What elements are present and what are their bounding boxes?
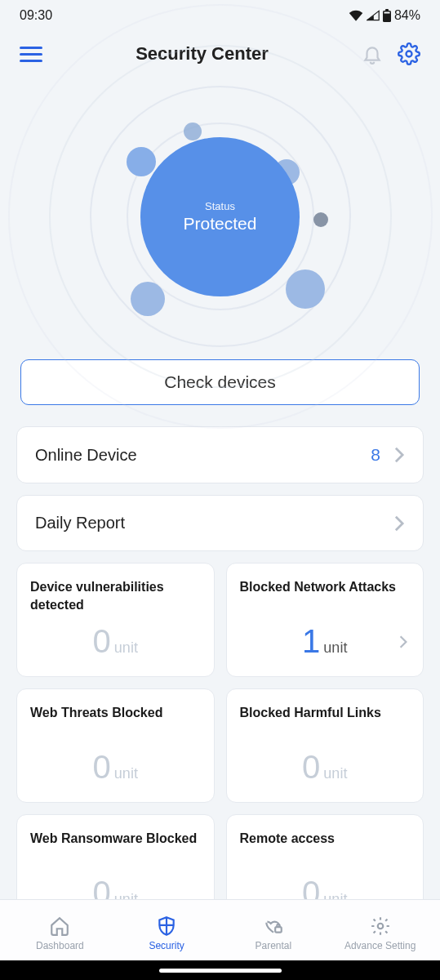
- nav-parental[interactable]: Parental: [220, 915, 327, 951]
- online-device-count: 8: [371, 445, 380, 465]
- battery-icon: [383, 9, 391, 22]
- orbit-dot: [131, 282, 165, 316]
- orbit-dot: [127, 147, 156, 176]
- stat-card: Device vulnerabilities detected0unit: [16, 563, 215, 677]
- svg-rect-1: [385, 9, 389, 11]
- chevron-right-icon: [398, 635, 408, 649]
- stat-unit: unit: [323, 765, 347, 782]
- stat-card[interactable]: Blocked Network Attacks1unit: [226, 563, 424, 677]
- bottom-nav: Dashboard Security Parental Advance Sett…: [0, 899, 440, 960]
- stat-value: 1: [302, 623, 320, 660]
- row-label: Online Device: [35, 446, 137, 465]
- online-device-row[interactable]: Online Device 8: [16, 426, 424, 483]
- orbit-dot: [313, 212, 328, 227]
- status-indicators: 84%: [349, 8, 420, 23]
- orbit-dot: [184, 122, 202, 140]
- daily-report-row[interactable]: Daily Report: [16, 495, 424, 551]
- stat-unit: unit: [323, 639, 347, 657]
- stat-value: 0: [302, 749, 320, 786]
- nav-label: Parental: [256, 940, 292, 951]
- stat-card: Web Threats Blocked0unit: [16, 688, 215, 803]
- nav-advance-setting[interactable]: Advance Setting: [327, 915, 433, 951]
- status-value: Protected: [184, 214, 257, 234]
- svg-point-3: [407, 51, 412, 57]
- status-hero: Status Protected: [0, 74, 440, 359]
- stat-card: Blocked Harmful Links0unit: [226, 688, 424, 803]
- nav-label: Security: [149, 940, 184, 951]
- stat-value: 0: [93, 623, 111, 660]
- stat-title: Remote access: [240, 830, 411, 848]
- status-circle: Status Protected: [140, 137, 300, 296]
- svg-point-5: [377, 924, 383, 929]
- chevron-right-icon: [393, 514, 405, 532]
- wifi-icon: [349, 10, 363, 21]
- stat-title: Device vulnerabilities detected: [30, 578, 201, 613]
- nav-dashboard[interactable]: Dashboard: [7, 915, 113, 951]
- battery-percent: 84%: [394, 8, 420, 23]
- stat-title: Blocked Harmful Links: [240, 704, 411, 722]
- stat-value: 0: [93, 749, 111, 786]
- stats-grid: Device vulnerabilities detected0unitBloc…: [16, 563, 424, 929]
- stat-unit: unit: [114, 765, 138, 782]
- stat-unit: unit: [114, 639, 138, 657]
- nav-label: Advance Setting: [344, 940, 416, 951]
- orbit-dot: [286, 270, 325, 309]
- clock: 09:30: [20, 8, 52, 23]
- shield-icon: [156, 915, 177, 937]
- menu-button[interactable]: [20, 47, 42, 62]
- status-label: Status: [205, 200, 235, 212]
- svg-rect-4: [275, 927, 282, 933]
- nav-security[interactable]: Security: [113, 915, 220, 951]
- android-nav-bar: [0, 960, 440, 980]
- gear-icon: [370, 915, 391, 937]
- home-icon: [49, 915, 70, 937]
- stat-title: Web Threats Blocked: [30, 704, 201, 722]
- chevron-right-icon: [393, 446, 405, 464]
- signal-icon: [367, 10, 380, 21]
- row-label: Daily Report: [35, 514, 125, 532]
- heart-lock-icon: [263, 915, 284, 937]
- settings-icon[interactable]: [398, 42, 420, 65]
- stat-title: Blocked Network Attacks: [240, 578, 411, 596]
- svg-rect-2: [384, 12, 389, 14]
- nav-label: Dashboard: [36, 940, 84, 951]
- stat-title: Web Ransomware Blocked: [30, 830, 201, 848]
